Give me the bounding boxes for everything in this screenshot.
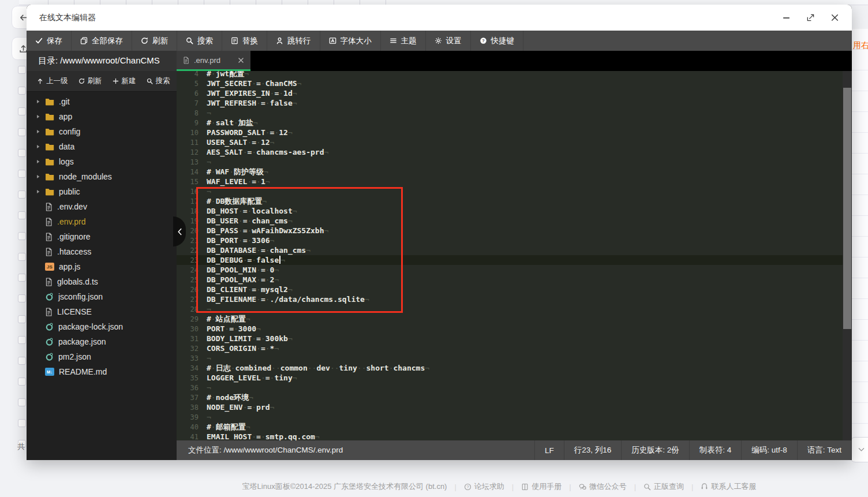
editor-scrollbar[interactable] xyxy=(843,71,852,440)
support-link[interactable]: 联系人工客服 xyxy=(701,481,756,492)
theme-button[interactable]: 主题 xyxy=(381,31,426,51)
minimize-button[interactable] xyxy=(782,13,791,22)
tree-folder-logs[interactable]: logs xyxy=(27,154,177,169)
code-line-27[interactable]: 27DB_FILENAME·=·./data/chancms.sqlite¬ xyxy=(177,294,843,304)
shortcuts-button[interactable]: ?快捷键 xyxy=(471,31,524,51)
search-tree-button[interactable]: 搜索 xyxy=(142,76,175,86)
code-area[interactable]: 4#·jwt配置¬5JWT_SECRET·=·ChanCMS¬6JWT_EXPI… xyxy=(177,71,843,440)
row-checkbox[interactable] xyxy=(18,357,26,365)
refresh-tree-button[interactable]: 刷新 xyxy=(74,76,107,86)
row-checkbox[interactable] xyxy=(18,419,26,427)
row-checkbox[interactable] xyxy=(18,107,26,115)
code-line-11[interactable]: 11USER_SALT·=·12¬ xyxy=(177,137,843,147)
tree-file-app.js[interactable]: JSapp.js xyxy=(27,259,177,274)
code-line-8[interactable]: 8¬ xyxy=(177,108,843,118)
line-ending-indicator[interactable]: LF xyxy=(534,440,564,460)
tree-file-package-lock.json[interactable]: package-lock.json xyxy=(27,319,177,334)
code-line-10[interactable]: 10PASSWORD_SALT·=·12¬ xyxy=(177,128,843,137)
replace-button[interactable]: 替换 xyxy=(222,31,267,51)
code-line-16[interactable]: 16¬ xyxy=(177,186,843,196)
row-checkbox[interactable] xyxy=(18,149,26,157)
maximize-button[interactable] xyxy=(806,13,815,22)
code-line-5[interactable]: 5JWT_SECRET·=·ChanCMS¬ xyxy=(177,79,843,88)
scrollbar-thumb[interactable] xyxy=(843,88,851,329)
code-line-14[interactable]: 14#·WAF·防护等级¬ xyxy=(177,167,843,177)
language-mode[interactable]: 语言: Text xyxy=(797,440,852,460)
close-button[interactable] xyxy=(830,13,839,22)
goto-line-button[interactable]: 跳转行 xyxy=(267,31,320,51)
encoding[interactable]: 编码: utf-8 xyxy=(741,440,797,460)
tree-file-README.md[interactable]: M↓README.md xyxy=(27,364,177,379)
code-line-24[interactable]: 24DB_POOL_MIN·=·0¬ xyxy=(177,265,843,275)
code-line-12[interactable]: 12AES_SALT·=·chancms-aes-prd¬ xyxy=(177,147,843,157)
code-line-4[interactable]: 4#·jwt配置¬ xyxy=(177,71,843,79)
tab-size[interactable]: 制表符: 4 xyxy=(689,440,742,460)
row-checkbox[interactable] xyxy=(18,398,26,406)
tree-file-package.json[interactable]: package.json xyxy=(27,334,177,349)
license-check-link[interactable]: 正版查询 xyxy=(643,481,684,492)
tree-file-.env.dev[interactable]: .env.dev xyxy=(27,199,177,214)
row-checkbox[interactable] xyxy=(18,378,26,386)
code-line-7[interactable]: 7JWT_REFRESH·=·false¬ xyxy=(177,98,843,108)
code-line-22[interactable]: 22DB_DATABASE·=·chan_cms¬ xyxy=(177,245,843,255)
forum-help-link[interactable]: ?论坛求助 xyxy=(464,481,504,492)
code-line-20[interactable]: 20DB_PASS·=·wAFaihDwxZS5Zxbh¬ xyxy=(177,226,843,236)
row-checkbox[interactable] xyxy=(18,253,26,261)
tree-file-.htaccess[interactable]: .htaccess xyxy=(27,244,177,259)
save-button[interactable]: 保存 xyxy=(27,31,72,51)
code-line-40[interactable]: 40#·邮箱配置¬ xyxy=(177,422,843,432)
code-line-31[interactable]: 31BODY_LIMIT·=·300kb¬ xyxy=(177,334,843,343)
tree-folder-.git[interactable]: .git xyxy=(27,94,177,109)
tree-file-pm2.json[interactable]: pm2.json xyxy=(27,349,177,364)
row-checkbox[interactable] xyxy=(18,170,26,178)
code-line-26[interactable]: 26DB_CLIENT·=·mysql2¬ xyxy=(177,285,843,294)
code-line-30[interactable]: 30PORT·=·3000¬ xyxy=(177,324,843,334)
tree-file-LICENSE[interactable]: LICENSE xyxy=(27,304,177,319)
code-line-29[interactable]: 29#·站点配置¬ xyxy=(177,314,843,324)
new-file-button[interactable]: 新建 xyxy=(108,76,141,86)
tree-file-globals.d.ts[interactable]: globals.d.ts xyxy=(27,274,177,289)
cursor-position[interactable]: 行23, 列16 xyxy=(564,440,622,460)
code-line-39[interactable]: 39¬ xyxy=(177,412,843,422)
tab-close-icon[interactable] xyxy=(238,57,244,64)
code-line-19[interactable]: 19DB_USER·=·chan_cms¬ xyxy=(177,216,843,226)
row-checkbox[interactable] xyxy=(18,128,26,136)
tree-file-.env.prd[interactable]: .env.prd xyxy=(27,214,177,229)
row-checkbox[interactable] xyxy=(18,211,26,219)
code-line-37[interactable]: 37#·node环境¬ xyxy=(177,393,843,402)
code-line-6[interactable]: 6JWT_EXPIRES_IN·=·1d¬ xyxy=(177,88,843,98)
code-line-15[interactable]: 15WAF_LEVEL·=·1¬ xyxy=(177,177,843,186)
manual-link[interactable]: 使用手册 xyxy=(521,481,562,492)
wechat-official-link[interactable]: 微信公众号 xyxy=(579,481,627,492)
code-line-35[interactable]: 35LOGGER_LEVEL·=·tiny¬ xyxy=(177,373,843,383)
refresh-button[interactable]: 刷新 xyxy=(132,31,177,51)
code-line-23[interactable]: 23DB_DEBUG·=·false¬ xyxy=(177,255,843,265)
code-line-33[interactable]: 33¬ xyxy=(177,353,843,363)
tree-folder-config[interactable]: config xyxy=(27,124,177,139)
tree-folder-node_modules[interactable]: node_modules xyxy=(27,169,177,184)
row-checkbox[interactable] xyxy=(18,87,26,95)
settings-button[interactable]: 设置 xyxy=(426,31,471,51)
code-line-34[interactable]: 34#·日志·combined··common··dev··tiny··shor… xyxy=(177,363,843,373)
code-line-32[interactable]: 32CORS_ORIGIN·=·*¬ xyxy=(177,343,843,353)
tree-file-jsconfig.json[interactable]: jsconfig.json xyxy=(27,289,177,304)
code-line-17[interactable]: 17#·DB数据库配置¬ xyxy=(177,196,843,206)
tree-file-.gitignore[interactable]: .gitignore xyxy=(27,229,177,244)
tree-folder-public[interactable]: public xyxy=(27,184,177,199)
history-versions[interactable]: 历史版本: 2份 xyxy=(621,440,689,460)
row-checkbox[interactable] xyxy=(18,190,26,199)
code-line-28[interactable]: 28¬ xyxy=(177,304,843,314)
row-checkbox[interactable] xyxy=(18,315,26,323)
row-checkbox[interactable] xyxy=(18,232,26,240)
row-checkbox[interactable] xyxy=(18,336,26,344)
code-line-41[interactable]: 41EMAIL_HOST·=·smtp.qq.com¬ xyxy=(177,432,843,440)
code-line-38[interactable]: 38NODE_ENV·=·prd¬ xyxy=(177,402,843,412)
row-checkbox[interactable] xyxy=(18,294,26,302)
code-line-25[interactable]: 25DB_POOL_MAX·=·2¬ xyxy=(177,275,843,285)
tree-folder-data[interactable]: data xyxy=(27,139,177,154)
parent-dir-button[interactable]: 上一级 xyxy=(32,76,73,86)
font-size-button[interactable]: 字体大小 xyxy=(320,31,381,51)
save-all-button[interactable]: 全部保存 xyxy=(72,31,132,51)
code-line-13[interactable]: 13¬ xyxy=(177,157,843,167)
background-dropdown[interactable] xyxy=(850,437,868,462)
